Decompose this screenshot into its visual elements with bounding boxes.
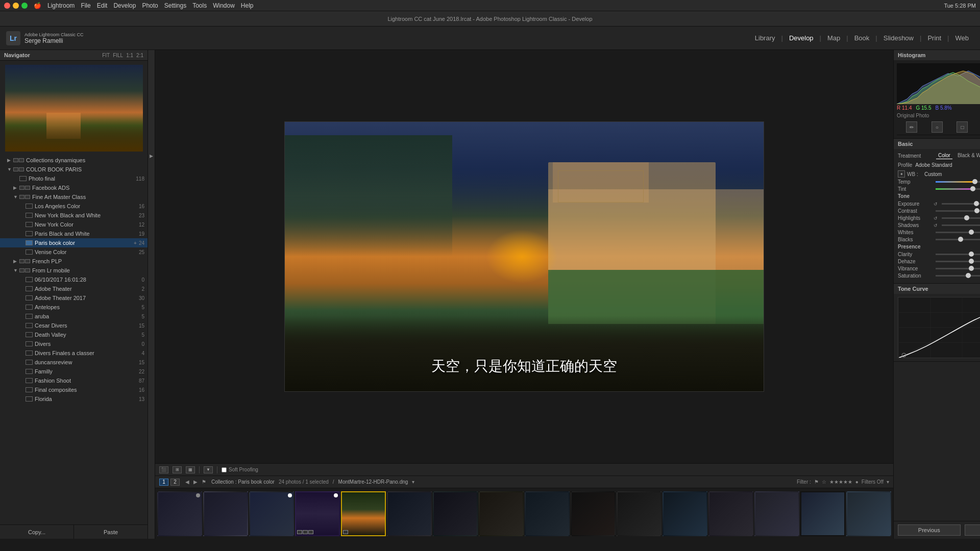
filmstrip-item[interactable] xyxy=(525,491,570,536)
wb-eyedropper-icon[interactable]: ✦ xyxy=(898,170,905,178)
collection-adobe-theater[interactable]: Adobe Theater 2 xyxy=(0,284,148,293)
collection-death-valley[interactable]: Death Valley 5 xyxy=(0,330,148,339)
dropdown-arrow-icon[interactable]: ▾ xyxy=(412,479,414,485)
filmstrip-item[interactable] xyxy=(846,491,891,536)
minimize-button[interactable] xyxy=(13,3,19,9)
nav-library[interactable]: Library xyxy=(750,32,780,44)
apple-menu[interactable]: 🍎 xyxy=(34,2,41,9)
tone-curve-canvas[interactable] xyxy=(898,297,980,358)
view-loupe-button[interactable]: ⬛ xyxy=(159,466,168,473)
filmstrip-item[interactable] xyxy=(754,491,799,536)
dehaze-slider[interactable] xyxy=(936,261,980,262)
view-compare-button[interactable]: ▦ xyxy=(186,466,195,473)
saturation-thumb[interactable] xyxy=(966,273,971,278)
exposure-thumb[interactable] xyxy=(974,201,979,206)
collection-antelopes[interactable]: Antelopes 5 xyxy=(0,303,148,312)
nav-slideshow[interactable]: Slideshow xyxy=(878,32,919,44)
menu-tools[interactable]: Tools xyxy=(192,2,207,9)
page-2-button[interactable]: 2 xyxy=(170,479,180,486)
collection-cesar-divers[interactable]: Cesar Divers 15 xyxy=(0,321,148,330)
menu-photo[interactable]: Photo xyxy=(142,2,158,9)
nav-2-1[interactable]: 2:1 xyxy=(136,53,143,58)
collection-duncansreview[interactable]: duncansreview 15 xyxy=(0,358,148,367)
filmstrip-item[interactable] xyxy=(295,491,340,536)
filmstrip-item[interactable] xyxy=(663,491,707,536)
collection-paris-bw[interactable]: Paris Black and White 19 xyxy=(0,229,148,238)
menu-window[interactable]: Window xyxy=(213,2,235,9)
paste-button[interactable]: Paste xyxy=(74,525,148,539)
view-grid-button[interactable]: ⊞ xyxy=(173,466,182,473)
whites-thumb[interactable] xyxy=(969,230,974,235)
shadows-slider[interactable] xyxy=(942,224,980,226)
filters-off-label[interactable]: Filters Off xyxy=(862,479,884,485)
filmstrip-item[interactable] xyxy=(387,491,432,536)
collection-facebook-ads[interactable]: ▶ Facebook ADS xyxy=(0,183,148,192)
collection-florida[interactable]: Florida 13 xyxy=(0,394,148,404)
menu-develop[interactable]: Develop xyxy=(113,2,136,9)
nav-print[interactable]: Print xyxy=(922,32,946,44)
collection-final-composites[interactable]: Final composites 16 xyxy=(0,385,148,394)
collection-paris-book-color[interactable]: Paris book color + 24 xyxy=(0,238,148,247)
menu-file[interactable]: File xyxy=(81,2,90,9)
color-button[interactable]: Color xyxy=(936,152,952,159)
soft-proofing-toggle[interactable]: Soft Proofing xyxy=(222,467,258,472)
menu-edit[interactable]: Edit xyxy=(97,2,108,9)
tone-curve-header[interactable]: Tone Curve ▲ xyxy=(894,284,980,294)
filmstrip-item[interactable] xyxy=(800,491,845,536)
collection-venise-color[interactable]: Venise Color 25 xyxy=(0,247,148,257)
wb-value[interactable]: Custom xyxy=(924,171,980,177)
vibrance-slider[interactable] xyxy=(936,268,980,269)
histogram-header[interactable]: Histogram ▲ xyxy=(894,50,980,60)
menu-help[interactable]: Help xyxy=(241,2,254,9)
filmstrip-item[interactable] xyxy=(157,491,202,536)
window-controls[interactable] xyxy=(4,3,28,9)
collection-aruba[interactable]: aruba 5 xyxy=(0,312,148,321)
crop-pencil-button[interactable]: ✏ xyxy=(906,121,917,133)
bw-button[interactable]: Black & White xyxy=(955,152,980,159)
filter-color-icon[interactable]: ● xyxy=(855,479,859,485)
shadows-reset-icon[interactable]: ↺ xyxy=(934,223,938,228)
vibrance-thumb[interactable] xyxy=(969,266,974,271)
nav-develop[interactable]: Develop xyxy=(784,32,819,44)
filmstrip-item[interactable] xyxy=(433,491,478,536)
previous-button[interactable]: Previous xyxy=(898,524,961,536)
clarity-slider[interactable] xyxy=(936,254,980,255)
temp-slider[interactable] xyxy=(936,181,980,183)
collection-fine-art[interactable]: ▼ Fine Art Master Class xyxy=(0,192,148,202)
collection-divers-finales[interactable]: Divers Finales a classer 4 xyxy=(0,348,148,358)
highlights-reset-icon[interactable]: ↺ xyxy=(934,216,938,221)
nav-fit[interactable]: FIT xyxy=(102,53,110,58)
menu-lightroom[interactable]: Lightroom xyxy=(47,2,75,9)
filmstrip-item[interactable] xyxy=(617,491,662,536)
blacks-slider[interactable] xyxy=(936,239,980,240)
temp-thumb[interactable] xyxy=(972,179,977,184)
saturation-slider[interactable] xyxy=(936,275,980,277)
copy-button[interactable]: Copy... xyxy=(0,525,74,539)
filter-star-icon[interactable]: ☆ xyxy=(822,479,826,485)
collection-photo-final[interactable]: Photo final 118 xyxy=(0,174,148,183)
filmstrip-item[interactable] xyxy=(708,491,753,536)
basic-header[interactable]: Basic ▲ xyxy=(894,139,980,149)
dehaze-thumb[interactable] xyxy=(969,259,974,264)
filter-flag-icon[interactable]: ⚑ xyxy=(814,479,819,485)
collection-ny-color[interactable]: New York Color 12 xyxy=(0,220,148,229)
nav-book[interactable]: Book xyxy=(849,32,875,44)
collection-date-1[interactable]: 06/10/2017 16:01:28 0 xyxy=(0,275,148,284)
nav-prev-button[interactable]: ◀ xyxy=(184,479,191,486)
blacks-thumb[interactable] xyxy=(958,237,963,242)
nav-flag-button[interactable]: ⚑ xyxy=(200,479,207,486)
nav-fill[interactable]: FILL xyxy=(113,53,123,58)
filmstrip-item[interactable] xyxy=(571,491,616,536)
star-rating-filter[interactable]: ★★★★★ xyxy=(829,479,852,485)
view-mode-button[interactable]: ▼ xyxy=(204,466,213,473)
crop-square-button[interactable]: □ xyxy=(957,121,968,133)
contrast-slider[interactable] xyxy=(936,210,980,212)
reset-button[interactable]: Reset xyxy=(965,524,981,536)
collection-adobe-theater-2017[interactable]: Adobe Theater 2017 30 xyxy=(0,293,148,303)
tint-slider[interactable] xyxy=(936,188,980,190)
filmstrip-item[interactable] xyxy=(249,491,294,536)
filters-dropdown-icon[interactable]: ▾ xyxy=(887,479,889,485)
main-image-area[interactable]: 天空，只是你知道正确的天空 xyxy=(155,50,893,463)
collection-familly[interactable]: Familly 22 xyxy=(0,367,148,376)
filmstrip-item[interactable] xyxy=(479,491,524,536)
